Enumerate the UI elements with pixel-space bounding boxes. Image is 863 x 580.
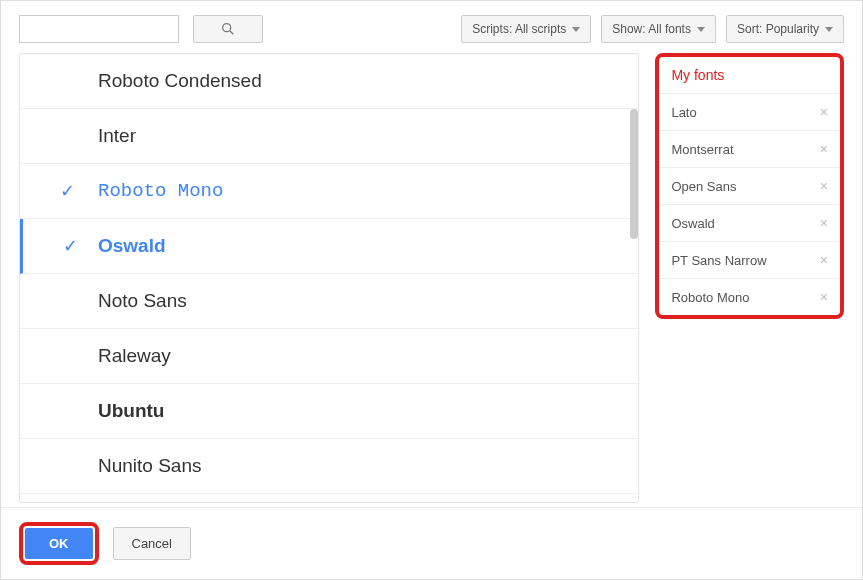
font-row[interactable]: Inter	[20, 109, 638, 164]
scripts-filter-label: Scripts: All scripts	[472, 22, 566, 36]
my-fonts-list: Lato×Montserrat×Open Sans×Oswald×PT Sans…	[659, 93, 840, 315]
my-font-name: Montserrat	[671, 142, 733, 157]
remove-font-icon[interactable]: ×	[820, 141, 828, 157]
search-input[interactable]	[19, 15, 179, 43]
show-filter-label: Show: All fonts	[612, 22, 691, 36]
my-font-name: Open Sans	[671, 179, 736, 194]
svg-line-1	[230, 31, 233, 34]
my-font-item[interactable]: Montserrat×	[659, 130, 840, 167]
my-font-item[interactable]: Open Sans×	[659, 167, 840, 204]
font-row[interactable]: ✓Oswald	[20, 219, 638, 274]
search-button[interactable]	[193, 15, 263, 43]
font-row[interactable]: Raleway	[20, 329, 638, 384]
scrollbar-thumb[interactable]	[630, 109, 638, 239]
font-row[interactable]: Noto Sans	[20, 274, 638, 329]
my-fonts-panel: My fonts Lato×Montserrat×Open Sans×Oswal…	[655, 53, 844, 503]
ok-button[interactable]: OK	[25, 528, 93, 559]
font-name-label: Roboto Mono	[98, 180, 223, 202]
my-fonts-title: My fonts	[659, 57, 840, 93]
my-font-name: Roboto Mono	[671, 290, 749, 305]
font-name-label: Roboto Condensed	[98, 70, 262, 92]
main-area: Roboto CondensedInter✓Roboto Mono✓Oswald…	[1, 53, 862, 503]
font-list-container: Roboto CondensedInter✓Roboto Mono✓Oswald…	[19, 53, 639, 503]
remove-font-icon[interactable]: ×	[820, 252, 828, 268]
sort-filter[interactable]: Sort: Popularity	[726, 15, 844, 43]
my-font-item[interactable]: Lato×	[659, 93, 840, 130]
remove-font-icon[interactable]: ×	[820, 178, 828, 194]
svg-point-0	[223, 24, 231, 32]
font-name-label: Raleway	[98, 345, 171, 367]
remove-font-icon[interactable]: ×	[820, 289, 828, 305]
font-row[interactable]: Roboto Condensed	[20, 54, 638, 109]
my-font-name: PT Sans Narrow	[671, 253, 766, 268]
sort-filter-label: Sort: Popularity	[737, 22, 819, 36]
scripts-filter[interactable]: Scripts: All scripts	[461, 15, 591, 43]
font-row[interactable]: Nunito Sans	[20, 439, 638, 494]
my-font-name: Oswald	[671, 216, 714, 231]
font-name-label: Oswald	[98, 235, 166, 257]
my-font-item[interactable]: Oswald×	[659, 204, 840, 241]
check-icon: ✓	[60, 180, 75, 202]
font-name-label: Nunito Sans	[98, 455, 202, 477]
font-list[interactable]: Roboto CondensedInter✓Roboto Mono✓Oswald…	[20, 54, 638, 502]
search-icon	[220, 21, 236, 37]
remove-font-icon[interactable]: ×	[820, 215, 828, 231]
font-row[interactable]: ✓Roboto Mono	[20, 164, 638, 219]
font-row[interactable]: Ubuntu	[20, 384, 638, 439]
cancel-button[interactable]: Cancel	[113, 527, 191, 560]
font-name-label: Noto Sans	[98, 290, 187, 312]
top-bar: Scripts: All scripts Show: All fonts Sor…	[1, 1, 862, 53]
font-name-label: Ubuntu	[98, 400, 164, 422]
remove-font-icon[interactable]: ×	[820, 104, 828, 120]
ok-highlight: OK	[19, 522, 99, 565]
my-font-item[interactable]: Roboto Mono×	[659, 278, 840, 315]
dropdown-icon	[697, 27, 705, 32]
my-font-name: Lato	[671, 105, 696, 120]
show-filter[interactable]: Show: All fonts	[601, 15, 716, 43]
check-icon: ✓	[63, 235, 78, 257]
footer: OK Cancel	[1, 507, 862, 579]
font-name-label: Inter	[98, 125, 136, 147]
my-font-item[interactable]: PT Sans Narrow×	[659, 241, 840, 278]
dropdown-icon	[825, 27, 833, 32]
dropdown-icon	[572, 27, 580, 32]
my-fonts-box: My fonts Lato×Montserrat×Open Sans×Oswal…	[655, 53, 844, 319]
